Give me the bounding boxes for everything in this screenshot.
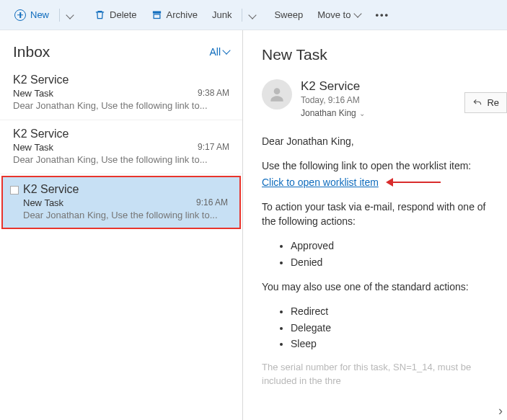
folder-title: Inbox xyxy=(13,43,50,61)
delete-label: Delete xyxy=(110,9,137,20)
message-body: Dear Jonathan King, Use the following li… xyxy=(262,134,507,388)
svg-rect-1 xyxy=(154,14,160,19)
worklist-link[interactable]: Click to open worklist item xyxy=(262,175,379,189)
message-list-pane: Inbox All K2 Service New Task 9:38 AM De… xyxy=(0,30,242,420)
junk-dropdown[interactable] xyxy=(247,9,258,20)
body-actions-intro: To action your task via e-mail, respond … xyxy=(262,200,500,229)
new-dropdown[interactable] xyxy=(64,9,76,20)
mail-preview: Dear Jonathan King, Use the following li… xyxy=(23,210,228,220)
svg-rect-0 xyxy=(152,12,160,14)
toolbar: New Delete Archive Junk Sweep Move to ••… xyxy=(0,0,507,30)
mail-preview: Dear Jonathan King, Use the following li… xyxy=(13,154,229,165)
mail-subject: New Task xyxy=(13,88,53,99)
sweep-label: Sweep xyxy=(274,9,303,20)
mail-item-selected[interactable]: K2 Service New Task 9:16 AM Dear Jonatha… xyxy=(1,176,241,229)
actions-list: Approved Denied xyxy=(262,238,500,269)
body-intro: Use the following link to open the workl… xyxy=(262,158,500,173)
junk-label: Junk xyxy=(212,9,232,20)
filter-dropdown[interactable]: All xyxy=(209,46,229,58)
std-action-item: Redirect xyxy=(291,304,500,318)
trash-icon xyxy=(94,9,105,20)
checkbox[interactable] xyxy=(10,186,19,195)
sweep-button[interactable]: Sweep xyxy=(268,6,309,23)
avatar xyxy=(262,79,292,110)
body-serial: The serial number for this task, SN=1_14… xyxy=(262,361,500,388)
more-actions-button[interactable]: ••• xyxy=(369,6,395,23)
reading-pane: New Task K2 Service Today, 9:16 AM Jonat… xyxy=(243,30,507,420)
mail-time: 9:38 AM xyxy=(198,88,229,99)
action-item: Denied xyxy=(291,255,500,269)
mail-from: K2 Service xyxy=(13,73,229,86)
filter-label: All xyxy=(209,46,221,58)
main-split: Inbox All K2 Service New Task 9:38 AM De… xyxy=(0,30,507,420)
archive-button[interactable]: Archive xyxy=(146,6,203,23)
moveto-button[interactable]: Move to xyxy=(312,6,366,23)
junk-button[interactable]: Junk xyxy=(206,6,237,23)
mail-item[interactable]: K2 Service New Task 9:17 AM Dear Jonatha… xyxy=(0,120,242,174)
std-actions-list: Redirect Delegate Sleep xyxy=(262,304,500,351)
message-subject: New Task xyxy=(262,46,507,63)
chevron-down-icon xyxy=(222,46,230,54)
mail-subject: New Task xyxy=(23,197,63,208)
std-action-item: Sleep xyxy=(291,336,500,351)
scroll-right-button[interactable]: › xyxy=(498,403,503,419)
reply-label: Re xyxy=(487,97,499,108)
archive-icon xyxy=(151,9,162,20)
mail-time: 9:17 AM xyxy=(198,142,229,153)
body-std-intro: You may also use one of the standard act… xyxy=(262,280,500,294)
mail-from: K2 Service xyxy=(23,183,228,196)
message-from: K2 Service xyxy=(301,79,507,94)
reply-icon xyxy=(472,98,482,108)
reply-button[interactable]: Re xyxy=(464,92,507,113)
mail-preview: Dear Jonathan King, Use the following li… xyxy=(13,100,229,111)
mail-time: 9:16 AM xyxy=(196,197,228,208)
svg-point-2 xyxy=(274,88,281,94)
body-greeting: Dear Jonathan King, xyxy=(262,134,500,148)
moveto-label: Move to xyxy=(317,9,351,20)
message-to-name: Jonathan King xyxy=(301,108,356,118)
annotation-arrow xyxy=(384,178,441,187)
new-button[interactable]: New xyxy=(9,6,55,24)
separator xyxy=(242,9,242,22)
new-label: New xyxy=(30,9,49,20)
list-header: Inbox All xyxy=(0,30,242,66)
mail-from: K2 Service xyxy=(13,128,229,140)
delete-button[interactable]: Delete xyxy=(89,6,143,23)
std-action-item: Delegate xyxy=(291,321,500,335)
separator xyxy=(59,9,60,22)
action-item: Approved xyxy=(291,238,500,253)
mail-item[interactable]: K2 Service New Task 9:38 AM Dear Jonatha… xyxy=(0,66,242,120)
archive-label: Archive xyxy=(167,9,198,20)
person-icon xyxy=(268,85,286,104)
mail-subject: New Task xyxy=(13,142,53,153)
expand-recipients-icon: ⌄ xyxy=(359,110,365,117)
plus-icon xyxy=(14,9,26,21)
